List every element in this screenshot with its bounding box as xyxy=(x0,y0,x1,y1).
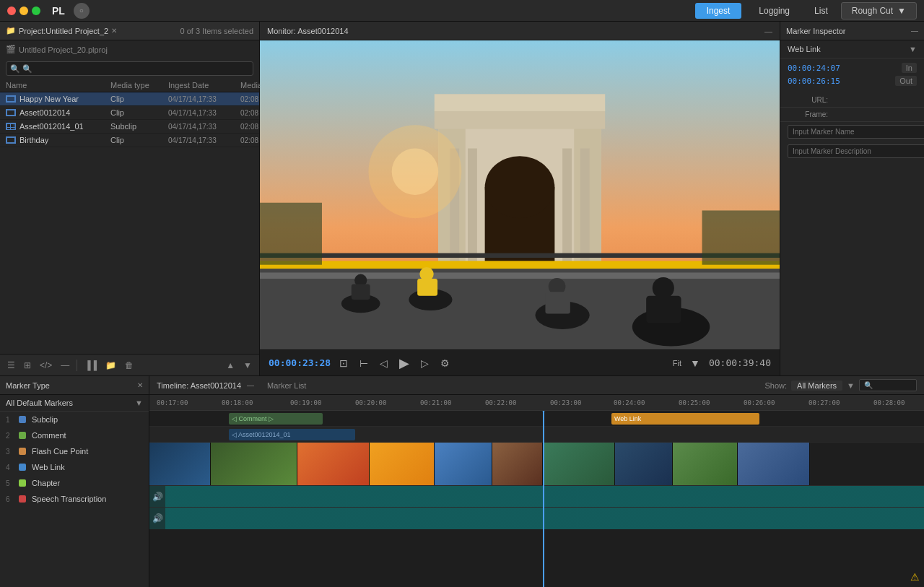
playhead[interactable] xyxy=(543,411,544,587)
total-time: 00:00:39:40 xyxy=(709,357,771,368)
timeline-search-input[interactable] xyxy=(859,379,917,391)
comment-marker[interactable]: ◁ Comment ▷ xyxy=(229,413,323,425)
search-bar[interactable]: 🔍 xyxy=(0,58,259,79)
all-markers-row[interactable]: All Default Markers ▼ xyxy=(0,395,149,412)
step-fwd-btn[interactable]: ▷ xyxy=(418,356,432,370)
show-chevron[interactable]: ▼ xyxy=(847,381,855,390)
marker-desc-input[interactable] xyxy=(788,144,924,158)
fit-dropdown-btn[interactable]: ▼ xyxy=(687,356,703,370)
warning-icon: ⚠ xyxy=(910,571,920,583)
file-item[interactable]: Happy New Year Clip 04/17/14,17:33 02:08… xyxy=(0,92,259,106)
marker-name-input[interactable] xyxy=(788,125,924,139)
clip-icon xyxy=(6,136,16,144)
thumb-7 xyxy=(543,443,615,485)
weblink-marker[interactable]: Web Link xyxy=(611,413,759,425)
search-icon: 🔍 xyxy=(10,64,20,74)
ruler-tick-9: 00:26:00 xyxy=(744,399,775,406)
folder-btn[interactable]: 📁 xyxy=(103,359,119,372)
folder-icon: 📁 xyxy=(6,26,16,35)
thumb-4 xyxy=(370,443,435,485)
move-up-btn[interactable]: ▲ xyxy=(223,359,237,372)
svg-point-24 xyxy=(653,277,674,299)
monitor-header: Monitor: Asset0012014 — xyxy=(260,22,780,40)
video-area[interactable] xyxy=(260,40,780,349)
close-button[interactable] xyxy=(7,6,16,15)
thumb-8 xyxy=(615,443,673,485)
list-view-btn[interactable]: ☰ xyxy=(4,359,18,372)
show-value[interactable]: All Markers xyxy=(791,381,842,391)
marker-type-item[interactable]: 4 Web Link xyxy=(0,459,149,475)
logging-button[interactable]: Logging xyxy=(747,3,801,19)
marker-type-item[interactable]: 3 Flash Cue Point xyxy=(0,443,149,459)
marker-dot xyxy=(19,464,26,471)
show-label: Show: xyxy=(765,381,788,390)
marker-type-item[interactable]: 2 Comment xyxy=(0,427,149,443)
svg-rect-25 xyxy=(646,296,681,323)
file-name: Asset0012014 xyxy=(6,108,110,117)
col-media-type: Media type xyxy=(110,81,168,90)
marker-type-list: 1 Subclip 2 Comment 3 Flash Cue Point 4 … xyxy=(0,412,149,507)
audio-icon-2: 🔊 xyxy=(149,513,166,523)
audio-strip-2: 🔊 xyxy=(149,508,924,529)
marker-type-item[interactable]: 5 Chapter xyxy=(0,475,149,491)
search-input[interactable] xyxy=(6,61,253,76)
monitor-minimize-icon[interactable]: — xyxy=(764,27,772,35)
left-panel: 📁 Project:Untitled Project_2 ✕ 0 of 3 It… xyxy=(0,22,260,375)
collapse-btn[interactable]: — xyxy=(58,359,72,372)
marker-type-item[interactable]: 6 Speech Transcription xyxy=(0,491,149,507)
marker-type-close[interactable]: ✕ xyxy=(137,381,143,389)
in-timecode[interactable]: 00:00:24:07 xyxy=(788,64,840,73)
all-markers-chevron[interactable]: ▼ xyxy=(135,399,143,407)
file-item[interactable]: Asset0012014 Clip 04/17/14,17:33 02:08:5… xyxy=(0,106,259,120)
timeline-tracks[interactable]: ◁ Comment ▷ Web Link ◁ Asset0012014_01 xyxy=(149,411,924,587)
mark-in-btn[interactable]: ⊢ xyxy=(357,356,371,370)
web-link-chevron[interactable]: ▼ xyxy=(909,45,917,53)
ingest-button[interactable]: Ingest xyxy=(695,3,742,19)
asset-marker[interactable]: ◁ Asset0012014_01 xyxy=(229,429,355,440)
marker-name: Subclip xyxy=(32,415,58,424)
project-file-row: 🎬 Untitled Project_20.plproj xyxy=(6,43,253,56)
toolbar-separator xyxy=(77,360,77,371)
roughcut-button[interactable]: Rough Cut ▼ xyxy=(841,2,917,19)
marker-list-tab[interactable]: Marker List xyxy=(267,381,306,390)
ruler-tick-5: 00:22:00 xyxy=(485,399,516,406)
code-view-btn[interactable]: </> xyxy=(37,359,55,372)
ruler-tick-11: 00:28:00 xyxy=(873,399,905,406)
timeline-close[interactable]: — xyxy=(247,381,254,389)
move-down-btn[interactable]: ▼ xyxy=(240,359,255,372)
delete-btn[interactable]: 🗑 xyxy=(122,359,136,372)
bar-icon-btn[interactable]: ▐▐ xyxy=(82,359,100,372)
file-item[interactable]: Birthday Clip 04/17/14,17:33 02:08:52:16 xyxy=(0,134,259,147)
audio-icon-1: 🔊 xyxy=(149,492,166,502)
marker-dot xyxy=(19,432,26,439)
media-start: 02:08:52:16 xyxy=(240,123,259,131)
column-headers: Name Media type Ingest Date Media Start xyxy=(0,79,259,92)
marker-inspector-close[interactable]: — xyxy=(911,27,918,35)
file-icon: 🎬 xyxy=(6,45,16,54)
settings-btn[interactable]: ⚙ xyxy=(437,356,453,370)
file-item[interactable]: Asset0012014_01 Subclip 04/17/14,17:33 0… xyxy=(0,120,259,134)
marker-type-item[interactable]: 1 Subclip xyxy=(0,412,149,427)
svg-rect-32 xyxy=(702,210,780,264)
audio-wave-2 xyxy=(165,508,924,529)
marker-dot xyxy=(19,495,26,503)
list-button[interactable]: List xyxy=(807,3,835,19)
bottom-section: Marker Type ✕ All Default Markers ▼ 1 Su… xyxy=(0,375,924,587)
out-timecode[interactable]: 00:00:26:15 xyxy=(788,77,840,86)
timeline-header: Timeline: Asset0012014 — Marker List Sho… xyxy=(149,376,924,395)
window-controls[interactable] xyxy=(7,6,40,15)
marker-dot xyxy=(19,448,26,455)
play-btn[interactable]: ▶ xyxy=(396,354,412,373)
marker-inspector-header: Marker Inspector — xyxy=(780,22,924,40)
monitor-panel: Monitor: Asset0012014 — xyxy=(260,22,780,375)
maximize-button[interactable] xyxy=(32,6,40,15)
marker-inspector-title: Marker Inspector xyxy=(786,27,846,35)
step-back-btn[interactable]: ◁ xyxy=(377,356,391,370)
app-logo: PL xyxy=(52,5,65,17)
web-link-label: Web Link xyxy=(788,45,821,53)
col-ingest-date: Ingest Date xyxy=(168,81,240,90)
close-project-icon[interactable]: ✕ xyxy=(111,27,117,35)
source-btn[interactable]: ⊡ xyxy=(336,356,351,370)
minimize-button[interactable] xyxy=(19,6,28,15)
grid-view-btn[interactable]: ⊞ xyxy=(21,359,34,372)
